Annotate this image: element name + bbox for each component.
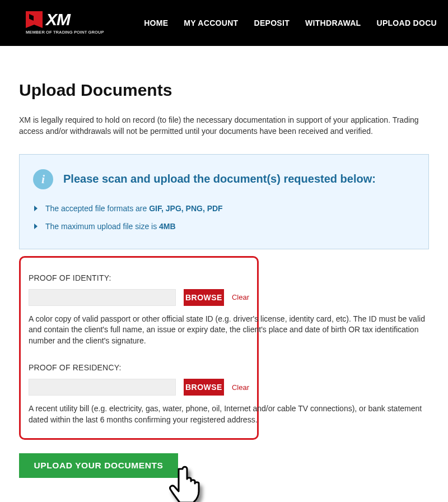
- chevron-right-icon: [34, 206, 38, 211]
- submit-wrap: UPLOAD YOUR DOCUMENTS: [19, 453, 178, 478]
- file-input-residency[interactable]: [29, 379, 176, 396]
- nav-home[interactable]: HOME: [144, 18, 168, 27]
- logo-text: XM: [46, 11, 70, 28]
- field-label: PROOF OF IDENTITY:: [29, 273, 249, 282]
- nav-withdrawal[interactable]: WITHDRAWAL: [305, 18, 361, 27]
- upload-documents-button[interactable]: UPLOAD YOUR DOCUMENTS: [19, 453, 178, 478]
- logo-icon: [26, 11, 43, 28]
- page-intro: XM is legally required to hold on record…: [19, 114, 429, 137]
- field-proof-of-identity: PROOF OF IDENTITY: BROWSE Clear A color …: [29, 273, 249, 347]
- clear-link[interactable]: Clear: [232, 293, 249, 301]
- logo-tagline: MEMBER OF TRADING POINT GROUP: [26, 30, 104, 35]
- callout-item-bold: GIF, JPG, PNG, PDF: [149, 204, 222, 213]
- info-icon: i: [33, 169, 53, 189]
- chevron-right-icon: [34, 224, 38, 229]
- upload-form-highlight: PROOF OF IDENTITY: BROWSE Clear A color …: [19, 256, 259, 440]
- file-input-identity[interactable]: [29, 289, 176, 306]
- field-proof-of-residency: PROOF OF RESIDENCY: BROWSE Clear A recen…: [29, 363, 249, 425]
- callout-item-text: The maximum upload file size is: [45, 222, 159, 231]
- list-item: The maximum upload file size is 4MB: [34, 217, 415, 235]
- field-label: PROOF OF RESIDENCY:: [29, 363, 249, 372]
- page-title: Upload Documents: [19, 81, 429, 100]
- callout-list: The accepted file formats are GIF, JPG, …: [33, 199, 415, 235]
- logo[interactable]: XM MEMBER OF TRADING POINT GROUP: [26, 11, 104, 35]
- main-content: Upload Documents XM is legally required …: [0, 46, 448, 478]
- cursor-hand-icon: [162, 462, 213, 502]
- field-description: A color copy of valid passport or other …: [29, 314, 426, 347]
- browse-button[interactable]: BROWSE: [184, 289, 224, 306]
- callout-item-text: The accepted file formats are: [45, 204, 149, 213]
- callout-title: Please scan and upload the document(s) r…: [63, 173, 376, 185]
- list-item: The accepted file formats are GIF, JPG, …: [34, 199, 415, 217]
- clear-link[interactable]: Clear: [232, 383, 249, 392]
- site-header: XM MEMBER OF TRADING POINT GROUP HOME MY…: [0, 0, 448, 46]
- nav-upload-documents[interactable]: UPLOAD DOCU: [376, 18, 437, 27]
- browse-button[interactable]: BROWSE: [184, 379, 224, 396]
- field-description: A recent utility bill (e.g. electricity,…: [29, 403, 426, 425]
- info-callout: i Please scan and upload the document(s)…: [19, 154, 429, 249]
- main-nav: HOME MY ACCOUNT DEPOSIT WITHDRAWAL UPLOA…: [144, 18, 437, 27]
- nav-my-account[interactable]: MY ACCOUNT: [184, 18, 238, 27]
- callout-item-bold: 4MB: [159, 222, 176, 231]
- nav-deposit[interactable]: DEPOSIT: [254, 18, 290, 27]
